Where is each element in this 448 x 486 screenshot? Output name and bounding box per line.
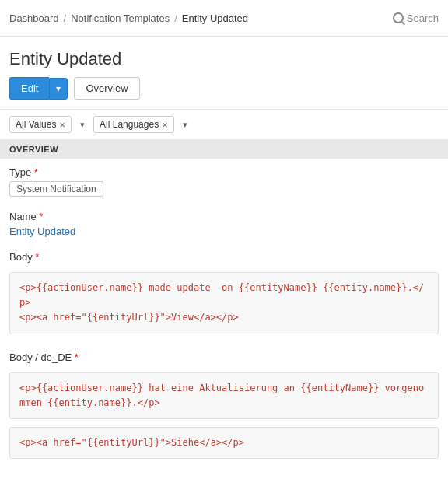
filter-all-values[interactable]: All Values × bbox=[9, 116, 72, 133]
filter-all-values-remove[interactable]: × bbox=[59, 120, 65, 130]
type-label: Type * bbox=[9, 166, 439, 178]
breadcrumb-sep2: / bbox=[174, 12, 177, 24]
filter-all-languages-label: All Languages bbox=[100, 119, 159, 130]
overview-label: OVERVIEW bbox=[9, 145, 58, 154]
search-area[interactable]: Search bbox=[393, 12, 439, 24]
type-field-group: Type * System Notification bbox=[0, 159, 448, 203]
body-de-label: Body / de_DE * bbox=[9, 351, 439, 363]
search-icon bbox=[393, 12, 404, 23]
breadcrumb-current: Entity Updated bbox=[182, 12, 248, 24]
body-de-required: * bbox=[75, 351, 79, 363]
overview-section-header: OVERVIEW bbox=[0, 140, 448, 159]
body-code: <p>{{actionUser.name}} made update on {{… bbox=[9, 272, 439, 334]
breadcrumb-sep1: / bbox=[64, 12, 67, 24]
filter-all-languages[interactable]: All Languages × bbox=[93, 116, 174, 133]
type-value: System Notification bbox=[9, 181, 103, 197]
breadcrumb-dashboard[interactable]: Dashboard bbox=[9, 12, 59, 24]
name-required: * bbox=[39, 211, 43, 222]
name-field-group: Name * Entity Updated bbox=[0, 203, 448, 243]
filter-all-values-label: All Values bbox=[16, 119, 56, 130]
page-title: Entity Updated bbox=[9, 49, 439, 69]
name-label: Name * bbox=[9, 211, 439, 222]
body-de-field-group: Body / de_DE * bbox=[0, 342, 448, 369]
filters-bar: All Values × All Languages × bbox=[0, 109, 448, 140]
name-value: Entity Updated bbox=[9, 226, 439, 237]
actions-bar: Edit Overview bbox=[0, 77, 448, 109]
breadcrumb: Dashboard / Notification Templates / Ent… bbox=[9, 12, 248, 24]
body-field-group: Body * bbox=[0, 243, 448, 269]
page-title-area: Entity Updated bbox=[0, 37, 448, 77]
search-label: Search bbox=[407, 12, 439, 24]
type-required: * bbox=[34, 166, 38, 178]
body-de-code-2: <p><a href="{{entityUrl}}">Siehe</a></p> bbox=[9, 427, 439, 459]
overview-button[interactable]: Overview bbox=[74, 77, 139, 100]
filter-all-languages-dropdown[interactable] bbox=[180, 118, 190, 131]
filter-all-languages-remove[interactable]: × bbox=[162, 120, 168, 130]
filter-all-values-dropdown[interactable] bbox=[78, 118, 87, 131]
breadcrumb-notification-templates[interactable]: Notification Templates bbox=[71, 12, 170, 24]
edit-dropdown-button[interactable] bbox=[49, 78, 68, 100]
edit-button[interactable]: Edit bbox=[9, 77, 49, 100]
body-label: Body * bbox=[9, 251, 439, 263]
header: Dashboard / Notification Templates / Ent… bbox=[0, 0, 448, 37]
chevron-down-icon bbox=[56, 83, 61, 94]
body-de-code-1: <p>{{actionUser.name}} hat eine Aktualis… bbox=[9, 372, 439, 419]
chevron-down-icon bbox=[80, 120, 85, 129]
body-required: * bbox=[35, 251, 39, 263]
chevron-down-icon bbox=[183, 120, 187, 129]
